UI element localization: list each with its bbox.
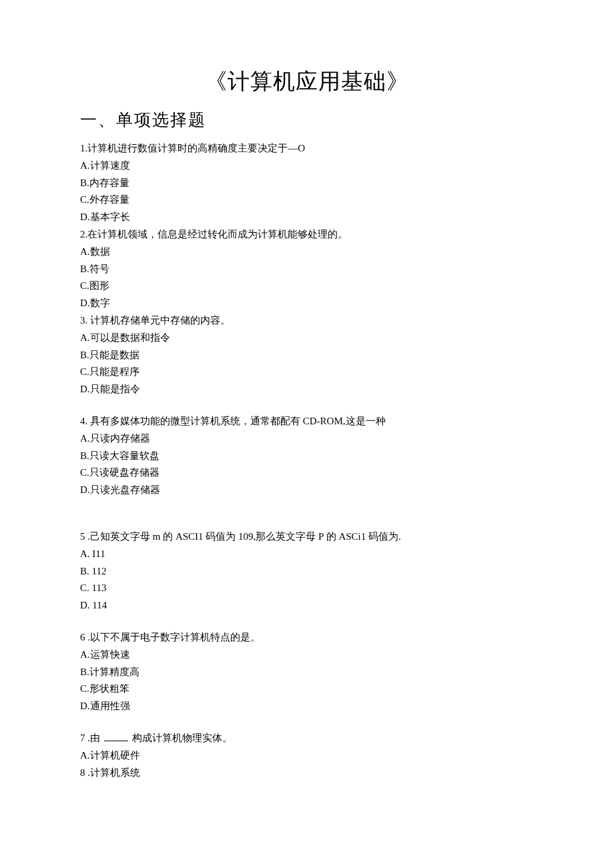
q7-stem-suffix: 构成计算机物理实体。 — [129, 733, 232, 743]
q3-option-a: A.可以是数据和指令 — [80, 330, 534, 347]
question-list: 1.计算机进行数值计算时的高精确度主要决定于—O A.计算速度 B.内存容量 C… — [80, 140, 534, 781]
q2-option-c: C.图形 — [80, 278, 534, 295]
document-page: 《计算机应用基础》 一、单项选择题 1.计算机进行数值计算时的高精确度主要决定于… — [0, 0, 614, 821]
q1-option-c: C.外存容量 — [80, 191, 534, 209]
fill-blank — [104, 731, 128, 741]
q2-option-a: A.数据 — [80, 244, 534, 261]
q1-option-d: D.基本字长 — [80, 209, 534, 226]
q3-option-b: B.只能是数据 — [80, 347, 534, 364]
q2-stem: 2.在计算机领域，信息是经过转化而成为计算机能够处理的。 — [80, 226, 534, 244]
spacer — [80, 499, 534, 528]
q5-option-a: A. I11 — [80, 546, 534, 563]
section-heading: 一、单项选择题 — [80, 109, 534, 131]
spacer — [80, 614, 534, 629]
q6-stem: 6 .以下不属于电子数字计算机特点的是。 — [80, 629, 534, 646]
spacer — [80, 398, 534, 413]
q4-option-a: A.只读内存储器 — [80, 430, 534, 448]
q6-option-d: D.通用性强 — [80, 698, 534, 715]
q6-option-b: B.计算精度高 — [80, 664, 534, 681]
q5-option-c: C. 113 — [80, 580, 534, 597]
q8-stem: 8 .计算机系统 — [80, 765, 534, 782]
q5-option-d: D. 114 — [80, 597, 534, 614]
q3-option-c: C.只能是程序 — [80, 364, 534, 381]
q6-option-c: C.形状粗笨 — [80, 681, 534, 698]
q2-option-d: D.数字 — [80, 295, 534, 312]
q3-option-d: D.只能是指令 — [80, 381, 534, 398]
q2-option-b: B.符号 — [80, 261, 534, 278]
q1-option-b: B.内存容量 — [80, 175, 534, 192]
q4-option-d: D.只读光盘存储器 — [80, 482, 534, 499]
q4-stem: 4. 具有多媒体功能的微型计算机系统，通常都配有 CD-ROM,这是一种 — [80, 413, 534, 430]
q5-stem: 5 .己知英文字母 m 的 ASCI1 码值为 109,那么英文字母 P 的 A… — [80, 528, 534, 546]
document-title: 《计算机应用基础》 — [80, 67, 534, 97]
q3-stem: 3. 计算机存储单元中存储的内容。 — [80, 312, 534, 330]
q7-stem: 7 .由 构成计算机物理实体。 — [80, 730, 534, 747]
q7-stem-prefix: 7 .由 — [80, 733, 103, 743]
q4-option-c: C.只读硬盘存储器 — [80, 464, 534, 482]
q4-option-b: B.只读大容量软盘 — [80, 448, 534, 465]
spacer — [80, 715, 534, 730]
q6-option-a: A.运算快速 — [80, 646, 534, 664]
q1-stem: 1.计算机进行数值计算时的高精确度主要决定于—O — [80, 140, 534, 157]
q7-option-a: A.计算机硬件 — [80, 747, 534, 765]
q1-option-a: A.计算速度 — [80, 157, 534, 175]
q5-option-b: B. 112 — [80, 563, 534, 580]
